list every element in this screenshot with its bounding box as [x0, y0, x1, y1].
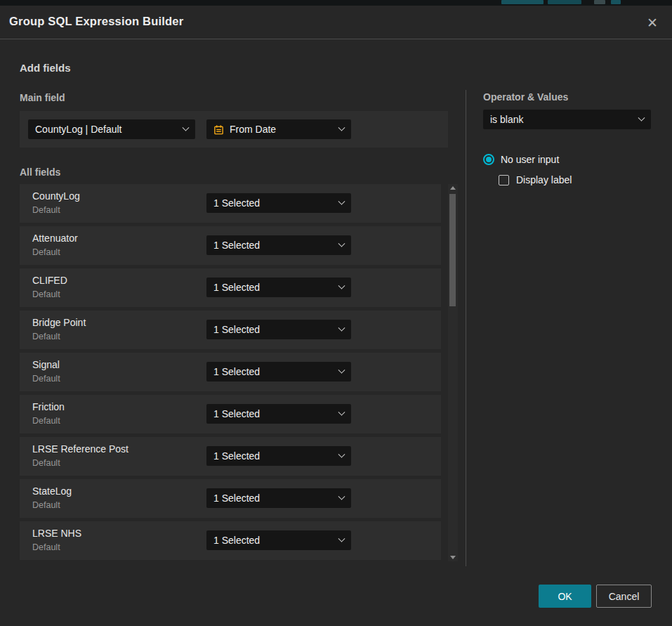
operator-dropdown[interactable]: is blank [483, 110, 651, 129]
field-subtitle: Default [32, 289, 67, 299]
close-icon[interactable]: ✕ [643, 13, 662, 32]
field-row: LRSE Reference Post Default 1 Selected [20, 437, 441, 476]
dropdown-value: 1 Selected [213, 197, 339, 209]
radio-dot [486, 157, 492, 162]
field-row-text: Signal Default [32, 359, 60, 384]
field-subtitle: Default [32, 374, 60, 384]
display-label-checkbox[interactable]: Display label [499, 174, 572, 185]
field-name: Signal [32, 359, 60, 370]
field-subtitle: Default [32, 458, 129, 468]
background-app-fragment [501, 0, 543, 4]
dropdown-value: 1 Selected [213, 366, 339, 377]
field-subtitle: Default [32, 416, 65, 426]
field-row-text: Attenuator Default [32, 233, 78, 257]
field-subtitle: Default [32, 247, 78, 257]
main-field-field-dropdown[interactable]: From Date [206, 119, 351, 139]
ok-button[interactable]: OK [539, 585, 591, 608]
field-row: Bridge Point Default 1 Selected [20, 311, 441, 349]
dropdown-value: 1 Selected [213, 408, 339, 419]
field-row: CLIFED Default 1 Selected [20, 268, 441, 307]
field-name: Bridge Point [32, 317, 86, 328]
group-sql-expression-builder-dialog: Group SQL Expression Builder ✕ Add field… [0, 6, 672, 626]
field-values-dropdown[interactable]: 1 Selected [206, 235, 351, 255]
background-app-fragment [548, 0, 581, 4]
field-name: StateLog [32, 485, 72, 497]
chevron-down-icon [183, 124, 190, 131]
field-row: CountyLog Default 1 Selected [20, 184, 441, 223]
field-name: CountyLog [32, 190, 80, 202]
scrollbar-thumb[interactable] [449, 194, 456, 306]
no-user-input-radio[interactable]: No user input [483, 154, 559, 165]
field-row-text: StateLog Default [32, 485, 72, 510]
field-row-text: Friction Default [32, 401, 65, 426]
field-row-text: LRSE Reference Post Default [32, 443, 129, 468]
main-field-source-dropdown[interactable]: CountyLog | Default [28, 119, 195, 139]
field-subtitle: Default [32, 542, 81, 552]
vertical-divider [466, 90, 466, 566]
field-row: StateLog Default 1 Selected [20, 479, 441, 518]
dropdown-value: 1 Selected [213, 450, 339, 462]
cancel-button[interactable]: Cancel [596, 585, 652, 608]
field-values-dropdown[interactable]: 1 Selected [206, 320, 351, 339]
dropdown-value: From Date [230, 124, 339, 135]
display-label-label: Display label [516, 174, 572, 185]
dropdown-value: 1 Selected [213, 493, 339, 504]
field-values-dropdown[interactable]: 1 Selected [206, 446, 351, 466]
chevron-down-icon [338, 282, 345, 289]
field-subtitle: Default [32, 205, 80, 215]
all-fields-list: CountyLog Default 1 Selected Attenuator … [20, 184, 441, 563]
checkbox-icon [499, 175, 509, 185]
field-name: LRSE Reference Post [32, 443, 129, 455]
field-values-dropdown[interactable]: 1 Selected [206, 362, 351, 382]
chevron-down-icon [338, 324, 345, 331]
chevron-down-icon [338, 124, 345, 131]
chevron-down-icon [338, 450, 345, 457]
field-row-text: LRSE NHS Default [32, 528, 81, 552]
dropdown-value: 1 Selected [213, 535, 339, 546]
dialog-header: Group SQL Expression Builder ✕ [0, 6, 672, 39]
dialog-title: Group SQL Expression Builder [9, 15, 183, 28]
field-subtitle: Default [32, 332, 86, 341]
chevron-down-icon [338, 366, 345, 373]
chevron-down-icon [338, 240, 345, 247]
chevron-down-icon [338, 493, 345, 500]
field-values-dropdown[interactable]: 1 Selected [206, 404, 351, 424]
field-name: LRSE NHS [32, 528, 81, 539]
field-row-text: CountyLog Default [32, 190, 80, 215]
field-row: Friction Default 1 Selected [20, 395, 441, 433]
field-row-text: Bridge Point Default [32, 317, 86, 341]
background-app-fragment [611, 0, 621, 4]
operator-values-heading: Operator & Values [483, 91, 568, 103]
chevron-down-icon [338, 197, 345, 204]
field-values-dropdown[interactable]: 1 Selected [206, 278, 351, 297]
field-row: Attenuator Default 1 Selected [20, 226, 441, 265]
field-name: Attenuator [32, 233, 78, 244]
scrollbar-down-icon[interactable] [450, 556, 456, 559]
background-app-fragment [594, 0, 605, 4]
all-fields-heading: All fields [20, 167, 60, 178]
dropdown-value: is blank [490, 114, 639, 125]
chevron-down-icon [338, 408, 345, 415]
field-values-dropdown[interactable]: 1 Selected [206, 530, 351, 550]
dropdown-value: 1 Selected [213, 282, 339, 293]
field-row-text: CLIFED Default [32, 275, 67, 299]
scrollbar[interactable] [448, 184, 458, 561]
calendar-icon [213, 124, 224, 135]
main-field-heading: Main field [20, 92, 65, 103]
field-row: Signal Default 1 Selected [20, 353, 441, 391]
chevron-down-icon [338, 535, 345, 542]
field-name: CLIFED [32, 275, 67, 286]
field-row: LRSE NHS Default 1 Selected [20, 521, 441, 560]
background-app-strip [0, 0, 672, 6]
dropdown-value: CountyLog | Default [35, 124, 183, 135]
dropdown-value: 1 Selected [213, 240, 339, 251]
field-subtitle: Default [32, 500, 72, 510]
main-field-panel: CountyLog | Default From Date [20, 111, 448, 148]
field-name: Friction [32, 401, 65, 412]
scrollbar-up-icon[interactable] [450, 186, 456, 190]
field-values-dropdown[interactable]: 1 Selected [206, 193, 351, 213]
field-values-dropdown[interactable]: 1 Selected [206, 488, 351, 508]
dropdown-value: 1 Selected [213, 324, 339, 335]
add-fields-heading: Add fields [20, 62, 71, 74]
no-user-input-label: No user input [501, 154, 559, 165]
